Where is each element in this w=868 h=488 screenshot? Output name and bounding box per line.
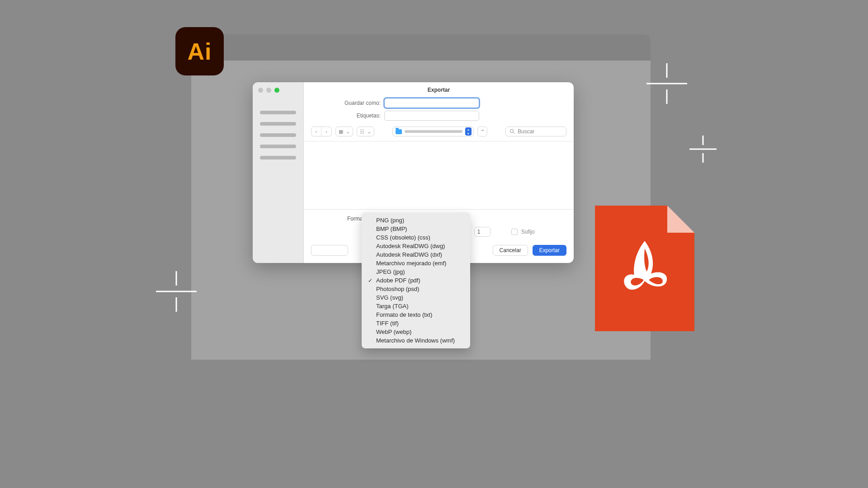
svg-line-1 [513, 132, 515, 134]
format-option[interactable]: ✓Adobe PDF (pdf) [362, 276, 470, 285]
view-mode-grid[interactable]: ▦ ⌄ [335, 127, 353, 136]
tags-input[interactable] [384, 111, 479, 121]
format-option-label: Photoshop (psd) [376, 286, 419, 292]
format-option-label: Autodesk RealDWG (dxf) [376, 251, 442, 258]
save-as-input[interactable] [384, 98, 479, 108]
nav-back-icon[interactable]: ‹ [311, 127, 321, 136]
background-titlebar [191, 34, 651, 61]
suffix-label: Sufijo [521, 229, 535, 235]
format-option-label: TIFF (tif) [376, 320, 399, 327]
nav-forward-icon[interactable]: › [321, 127, 331, 136]
crosshair-decoration [689, 136, 717, 163]
location-stepper[interactable]: ▴▾ [465, 127, 472, 136]
format-option[interactable]: Metarchivo de Windows (wmf) [362, 336, 470, 345]
chevron-up-icon: ⌃ [481, 129, 485, 135]
grid-icon: ▦ [339, 129, 343, 135]
format-option[interactable]: TIFF (tif) [362, 319, 470, 328]
chevron-down-icon: ⌄ [367, 129, 371, 135]
format-option-label: Metarchivo de Windows (wmf) [376, 337, 455, 344]
format-option-label: Formato de texto (txt) [376, 311, 432, 318]
format-option[interactable]: BMP (BMP) [362, 225, 470, 233]
format-option[interactable]: SVG (svg) [362, 293, 470, 302]
search-placeholder: Buscar [518, 128, 534, 135]
new-folder-button[interactable] [311, 245, 348, 256]
format-option[interactable]: Autodesk RealDWG (dwg) [362, 242, 470, 250]
format-option[interactable]: Metarchivo mejorado (emf) [362, 259, 470, 267]
location-name-placeholder [405, 130, 462, 133]
format-option-label: CSS (obsoleto) (css) [376, 234, 430, 241]
cancel-button[interactable]: Cancelar [493, 245, 528, 256]
format-option[interactable]: Photoshop (psd) [362, 285, 470, 293]
suffix-checkbox[interactable] [511, 229, 518, 235]
sidebar-placeholder-item [260, 133, 296, 137]
search-icon [509, 129, 515, 134]
format-option-label: PNG (png) [376, 217, 404, 224]
format-option-label: Metarchivo mejorado (emf) [376, 260, 446, 267]
folder-icon [396, 129, 402, 134]
crosshair-decoration [156, 271, 197, 312]
dialog-sidebar [253, 82, 304, 263]
sidebar-placeholder-item [260, 145, 296, 148]
format-option[interactable]: WebP (webp) [362, 328, 470, 336]
export-button[interactable]: Exportar [533, 245, 566, 256]
close-window-icon[interactable] [258, 88, 263, 93]
format-option-label: Autodesk RealDWG (dwg) [376, 243, 445, 249]
dialog-title: Exportar [304, 82, 574, 97]
pdf-file-icon [595, 206, 694, 331]
range-input[interactable] [474, 227, 491, 237]
svg-point-0 [510, 130, 514, 133]
maximize-window-icon[interactable] [274, 88, 279, 93]
minimize-window-icon[interactable] [266, 88, 271, 93]
nav-back-forward[interactable]: ‹ › [311, 127, 332, 136]
format-option-label: SVG (svg) [376, 294, 403, 301]
format-option-label: JPEG (jpg) [376, 268, 405, 275]
save-as-label: Guardar como: [304, 100, 381, 106]
tags-label: Etiquetas: [304, 113, 381, 119]
sidebar-placeholder-item [260, 156, 296, 160]
sidebar-placeholder-item [260, 111, 296, 114]
format-option[interactable]: Autodesk RealDWG (dxf) [362, 250, 470, 259]
acrobat-logo-icon [618, 237, 672, 300]
format-option[interactable]: CSS (obsoleto) (css) [362, 233, 470, 242]
format-dropdown-menu[interactable]: PNG (png)BMP (BMP)CSS (obsoleto) (css)Au… [362, 212, 470, 348]
format-option-label: Targa (TGA) [376, 303, 409, 310]
file-list-area[interactable] [304, 141, 574, 209]
pdf-file-fold [667, 206, 694, 233]
format-option-label: Adobe PDF (pdf) [376, 277, 420, 284]
group-by-dropdown[interactable]: ☷ ⌄ [357, 127, 374, 136]
format-option-label: BMP (BMP) [376, 225, 407, 232]
format-option-label: WebP (webp) [376, 328, 411, 335]
format-label: Format [311, 216, 364, 222]
illustrator-logo-text: Ai [188, 38, 212, 65]
search-input[interactable]: Buscar [505, 127, 566, 136]
window-traffic-lights[interactable] [253, 88, 303, 111]
format-option[interactable]: Formato de texto (txt) [362, 310, 470, 319]
list-icon: ☷ [360, 129, 364, 135]
chevron-down-icon: ⌄ [346, 129, 350, 135]
file-browser-toolbar: ‹ › ▦ ⌄ ☷ ⌄ ▴▾ ⌃ [304, 127, 574, 141]
crosshair-decoration [646, 63, 687, 104]
illustrator-app-icon: Ai [175, 27, 224, 75]
format-option[interactable]: Targa (TGA) [362, 302, 470, 310]
go-up-button[interactable]: ⌃ [477, 127, 487, 136]
format-option[interactable]: JPEG (jpg) [362, 267, 470, 276]
sidebar-placeholder-item [260, 122, 296, 126]
location-dropdown[interactable]: ▴▾ [392, 127, 474, 136]
format-option[interactable]: PNG (png) [362, 216, 470, 225]
check-icon: ✓ [368, 277, 373, 284]
